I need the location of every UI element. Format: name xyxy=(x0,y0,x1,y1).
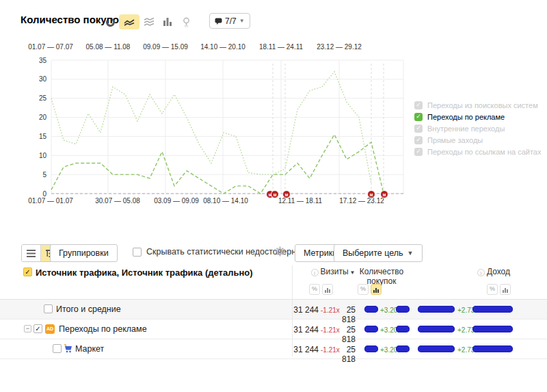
legend-checkbox: ✓ xyxy=(414,136,423,144)
percent-mode-button[interactable]: % xyxy=(309,284,320,295)
purchases-hidden-value-a xyxy=(364,345,378,352)
legend-checkbox: ✓ xyxy=(414,101,423,109)
column-header-purchases[interactable]: Количествопокупок xyxy=(345,267,418,286)
x-axis-top-label: 01.07 — 07.07 xyxy=(28,43,73,51)
comment-pin-glyph: М xyxy=(274,193,277,197)
purchases-view-mode: % xyxy=(358,284,382,295)
table-row[interactable]: Маркет31 244-1.21x25 818+3.20x+2.73x xyxy=(0,339,547,359)
x-axis-top-label: 09.09 — 15.09 xyxy=(143,43,188,51)
y-tick-label: 20 xyxy=(39,114,47,121)
purchases-hidden-value-a xyxy=(364,326,378,332)
chart-legend: ✓Переходы из поисковых систем✓Переходы п… xyxy=(414,99,541,157)
percent-mode-button[interactable]: % xyxy=(358,284,369,295)
row-label: Итого и средние xyxy=(56,304,121,314)
select-goal-button[interactable]: Выберите цель ▼ xyxy=(334,244,423,262)
percent-mode-button[interactable]: % xyxy=(487,284,498,295)
legend-item-3[interactable]: ✓Прямые заходы xyxy=(414,134,541,146)
legend-checkbox: ✓ xyxy=(414,148,423,156)
select-goal-label: Выберите цель xyxy=(343,248,403,258)
x-axis-bottom-label: 08.10 — 14.10 xyxy=(203,197,248,205)
market-cart-icon xyxy=(64,344,73,354)
visits-value-b: 25 818 xyxy=(332,345,356,364)
visits-value-a: 31 244 xyxy=(293,325,319,335)
bars-mode-button[interactable] xyxy=(500,284,511,295)
row-checkbox[interactable]: ✓ xyxy=(34,324,42,333)
x-axis-bottom-label: 30.07 — 05.08 xyxy=(95,197,140,205)
revenue-hidden-value-a xyxy=(418,306,455,313)
x-axis-bottom-label: 03.09 — 09.09 xyxy=(154,197,199,205)
revenue-view-mode: % xyxy=(487,284,511,295)
x-axis-bottom-label: 12.11 — 18.11 xyxy=(278,197,323,205)
purchases-hidden-value-b xyxy=(396,326,410,332)
comment-pin-glyph: М xyxy=(370,193,373,197)
info-icon[interactable]: i xyxy=(311,269,319,276)
comment-pin-glyph: М xyxy=(285,193,289,197)
row-checkbox[interactable] xyxy=(53,344,62,353)
legend-label: Переходы по ссылкам на сайтах xyxy=(427,148,541,156)
dimension-header: Источник трафика, Источник трафика (дета… xyxy=(36,267,253,278)
y-tick-label: 15 xyxy=(39,133,47,140)
x-axis-top-label: 14.10 — 20.10 xyxy=(200,43,245,51)
select-all-checkbox[interactable]: ✓ xyxy=(23,267,32,276)
legend-item-0[interactable]: ✓Переходы из поисковых систем xyxy=(414,99,541,111)
legend-item-1[interactable]: ✓Переходы по рекламе xyxy=(414,111,541,122)
purchases-hidden-value-b xyxy=(396,345,410,352)
purchases-hidden-value-b xyxy=(396,306,410,313)
collapse-button[interactable]: − xyxy=(24,325,31,332)
y-tick-label: 0 xyxy=(42,190,46,198)
legend-item-4[interactable]: ✓Переходы по ссылкам на сайтах xyxy=(414,146,541,157)
list-view-icon xyxy=(27,250,36,257)
y-tick-label: 10 xyxy=(39,152,47,159)
legend-label: Прямые заходы xyxy=(427,136,483,144)
chevron-down-icon: ▼ xyxy=(408,250,414,257)
x-axis-top-label: 05.08 — 11.08 xyxy=(86,43,131,51)
legend-label: Внутренние переходы xyxy=(427,125,505,133)
table-row[interactable]: −✓ADПереходы по рекламе31 244-1.21x25 81… xyxy=(0,319,547,339)
yandex-direct-ad-icon: AD xyxy=(45,324,55,334)
legend-label: Переходы по рекламе xyxy=(427,113,505,121)
revenue-hidden-value-a xyxy=(418,345,455,352)
table-row[interactable]: Итого и средние31 244-1.21x25 818+3.20x+… xyxy=(0,300,547,319)
column-header-revenue[interactable]: iДоход xyxy=(455,267,533,276)
visits-view-mode: % xyxy=(309,284,333,295)
y-tick-label: 30 xyxy=(39,75,47,83)
x-axis-bottom-label: 17.12 — 23.12 xyxy=(339,197,384,205)
legend-label: Переходы из поисковых систем xyxy=(427,101,538,109)
info-icon[interactable]: i xyxy=(477,269,485,276)
purchases-hidden-value-a xyxy=(364,306,378,313)
list-view-button[interactable] xyxy=(22,245,40,261)
revenue-hidden-value-b xyxy=(472,345,513,352)
series-line-dashed[interactable] xyxy=(51,135,384,194)
row-checkbox[interactable] xyxy=(44,304,53,313)
revenue-hidden-value-b xyxy=(472,306,513,313)
row-label: Переходы по рекламе xyxy=(59,324,147,334)
table-divider xyxy=(292,265,293,356)
table-body: Итого и средние31 244-1.21x25 818+3.20x+… xyxy=(0,300,547,359)
data-table: ✓ Источник трафика, Источник трафика (де… xyxy=(0,265,547,359)
legend-checkbox: ✓ xyxy=(414,125,423,133)
x-axis-bottom-label: 01.07 — 01.07 xyxy=(28,197,73,205)
groupings-button[interactable]: Группировки xyxy=(50,244,118,262)
y-tick-label: 25 xyxy=(39,94,47,102)
checkbox-box xyxy=(133,248,142,257)
series-line-dotted[interactable] xyxy=(51,72,371,184)
revenue-hidden-value-a xyxy=(418,326,455,332)
x-axis-top-label: 23.12 — 29.12 xyxy=(317,43,362,51)
revenue-hidden-value-b xyxy=(472,326,513,332)
bars-mode-button[interactable] xyxy=(371,284,382,295)
y-tick-label: 35 xyxy=(39,57,47,64)
legend-checkbox: ✓ xyxy=(414,113,423,121)
row-label: Маркет xyxy=(75,344,104,354)
comment-pin-glyph: М xyxy=(383,193,386,197)
settings-gear-icon[interactable] xyxy=(275,246,285,257)
y-tick-label: 5 xyxy=(42,171,46,179)
bars-mode-button[interactable] xyxy=(322,284,333,295)
legend-item-2[interactable]: ✓Внутренние переходы xyxy=(414,122,541,134)
visits-value-a: 31 244 xyxy=(293,345,319,354)
table-header-row: ✓ Источник трафика, Источник трафика (де… xyxy=(0,265,547,300)
x-axis-top-label: 18.11 — 24.11 xyxy=(259,43,304,51)
visits-value-a: 31 244 xyxy=(293,305,319,315)
